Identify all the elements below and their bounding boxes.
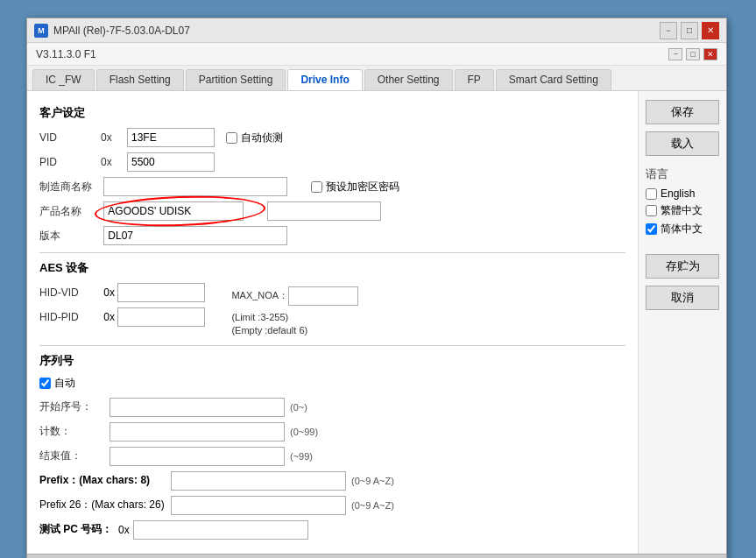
prefix-label: Prefix：(Max chars: 8) — [39, 473, 171, 488]
aes-left: HID-VID 0x HID-PID 0x — [39, 283, 205, 338]
simp-chinese-label: 简体中文 — [661, 222, 703, 237]
trad-chinese-lang-option[interactable]: 繁體中文 — [646, 203, 719, 218]
product-label: 产品名称 — [39, 204, 101, 219]
start-input[interactable] — [110, 398, 285, 417]
vid-prefix: 0x — [101, 131, 127, 144]
pc-code-prefix: 0x — [118, 524, 130, 536]
ver-maximize[interactable]: □ — [686, 48, 700, 60]
customer-section-header: 客户设定 — [39, 105, 625, 121]
save-as-button[interactable]: 存贮为 — [646, 254, 719, 279]
count-input[interactable] — [110, 422, 285, 441]
pre-encrypt-checkbox[interactable] — [311, 181, 322, 193]
english-lang-option[interactable]: English — [646, 187, 719, 200]
vid-row: VID 0x 自动侦测 — [39, 128, 625, 147]
english-checkbox[interactable] — [646, 188, 657, 200]
count-row: 计数： (0~99) — [39, 422, 625, 441]
start-label: 开始序号： — [39, 399, 110, 414]
aes-section-header: AES 设备 — [39, 260, 625, 276]
hid-vid-prefix: 0x — [103, 286, 115, 299]
product-input-container — [103, 201, 244, 221]
tab-bar: IC _FW Flash Setting Partition Setting D… — [27, 66, 726, 91]
trad-chinese-label: 繁體中文 — [661, 203, 703, 218]
serial-header: 序列号 — [39, 353, 625, 369]
cancel-button[interactable]: 取消 — [646, 286, 719, 310]
prefix-input[interactable] — [171, 471, 346, 491]
auto-label[interactable]: 自动 — [39, 376, 75, 391]
max-noa-input[interactable] — [288, 286, 358, 306]
load-button[interactable]: 载入 — [646, 131, 719, 156]
pc-code-input[interactable] — [133, 520, 308, 540]
main-panel: 客户设定 VID 0x 自动侦测 PID 0x 制造商名称 — [27, 91, 639, 554]
serial-section: 序列号 自动 开始序号： (0~) 计数： (0~ — [39, 353, 625, 540]
end-input[interactable] — [110, 447, 285, 466]
tab-other-setting[interactable]: Other Setting — [364, 69, 453, 90]
manufacturer-row: 制造商名称 预设加密区密码 — [39, 177, 625, 196]
tab-fp[interactable]: FP — [455, 69, 494, 90]
aes-right: MAX_NOA： (Limit :3-255) (Empty :default … — [231, 286, 358, 338]
version-row: 版本 — [39, 226, 625, 245]
end-label: 结束值： — [39, 449, 110, 463]
hid-pid-label: HID-PID — [39, 311, 101, 323]
ver-close[interactable]: ✕ — [703, 48, 717, 60]
pid-input[interactable] — [127, 152, 215, 172]
title-bar: M MPAll (Rel)-7F-5.03.0A-DL07 － □ ✕ — [27, 18, 726, 43]
english-label: English — [661, 187, 695, 200]
count-label: 计数： — [39, 424, 110, 439]
vid-input[interactable] — [127, 128, 215, 147]
tab-flash-setting[interactable]: Flash Setting — [96, 69, 184, 90]
right-sidebar: 保存 载入 语言 English 繁體中文 简体中文 存贮为 取消 — [639, 91, 726, 554]
prefix26-label: Prefix 26：(Max chars: 26) — [39, 498, 171, 512]
maximize-button[interactable]: □ — [681, 22, 698, 39]
trad-chinese-checkbox[interactable] — [646, 205, 657, 216]
divider-1 — [39, 252, 625, 253]
max-noa-area: MAX_NOA： (Limit :3-255) (Empty :default … — [231, 286, 358, 338]
minimize-button[interactable]: － — [660, 22, 677, 39]
close-button[interactable]: ✕ — [702, 22, 719, 39]
end-hint: (~99) — [290, 451, 313, 462]
main-window: M MPAll (Rel)-7F-5.03.0A-DL07 － □ ✕ V3.1… — [26, 18, 727, 558]
app-icon: M — [34, 24, 48, 38]
prefix26-input[interactable] — [171, 496, 346, 515]
aes-fields: HID-VID 0x HID-PID 0x — [39, 283, 625, 338]
status-bar — [27, 554, 726, 558]
max-noa-label: MAX_NOA： — [231, 289, 288, 302]
prefix-row: Prefix：(Max chars: 8) (0~9 A~Z) — [39, 471, 625, 491]
encrypt-password-input[interactable] — [267, 201, 381, 221]
vid-label: VID — [39, 131, 101, 144]
ver-minimize[interactable]: － — [668, 48, 682, 60]
tab-ic-fw[interactable]: IC _FW — [32, 69, 95, 90]
auto-checkbox[interactable] — [39, 378, 51, 389]
manufacturer-label: 制造商名称 — [39, 180, 101, 194]
start-hint: (0~) — [290, 402, 307, 413]
simp-chinese-lang-option[interactable]: 简体中文 — [646, 222, 719, 237]
save-button[interactable]: 保存 — [646, 100, 719, 124]
language-section: 语言 English 繁體中文 简体中文 — [646, 166, 719, 240]
pre-encrypt-label[interactable]: 预设加密区密码 — [311, 180, 399, 194]
auto-row: 自动 — [39, 376, 625, 391]
hid-pid-prefix: 0x — [103, 311, 115, 323]
hid-vid-input[interactable] — [117, 283, 205, 302]
prefix-hint: (0~9 A~Z) — [351, 476, 394, 486]
hid-pid-input[interactable] — [117, 307, 205, 327]
product-name-row: 产品名称 — [39, 201, 625, 221]
pid-row: PID 0x — [39, 152, 625, 172]
version-input[interactable] — [103, 226, 287, 245]
manufacturer-input[interactable] — [103, 177, 287, 196]
lang-title: 语言 — [646, 166, 719, 182]
hid-vid-label: HID-VID — [39, 286, 101, 299]
tab-smart-card[interactable]: Smart Card Setting — [496, 69, 611, 90]
version-bar: V3.11.3.0 F1 － □ ✕ — [27, 43, 726, 66]
hid-vid-row: HID-VID 0x — [39, 283, 205, 302]
max-noa-limit: (Limit :3-255) — [231, 311, 358, 324]
count-hint: (0~99) — [290, 427, 318, 437]
tab-drive-info[interactable]: Drive Info — [287, 69, 362, 90]
product-input[interactable] — [103, 201, 244, 221]
auto-detect-checkbox[interactable] — [226, 132, 237, 144]
pid-prefix: 0x — [101, 156, 127, 168]
pid-label: PID — [39, 156, 101, 168]
max-noa-row: MAX_NOA： — [231, 286, 358, 306]
simp-chinese-checkbox[interactable] — [646, 223, 657, 235]
auto-detect-label[interactable]: 自动侦测 — [226, 131, 283, 145]
version-controls: － □ ✕ — [668, 48, 717, 60]
tab-partition-setting[interactable]: Partition Setting — [186, 69, 286, 90]
